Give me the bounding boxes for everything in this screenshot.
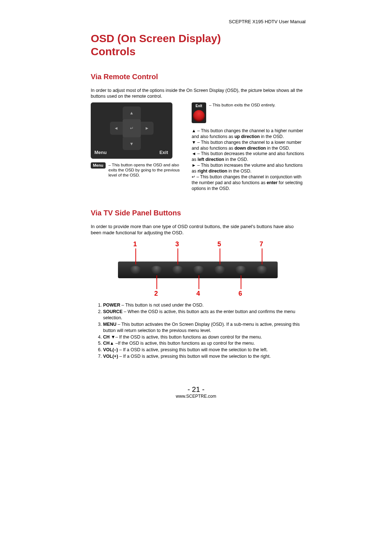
side-panel-diagram: 1 3 5 7 2 4 6 <box>118 240 278 299</box>
section1-intro: In order to adjust most of the options i… <box>91 88 305 100</box>
li7-bold: VOL(+) <box>103 354 118 359</box>
dpad-right-icon: ► <box>141 122 154 135</box>
list-item-6: VOL(–) – If a OSD is active, pressing th… <box>103 347 305 353</box>
diagram-label-5: 5 <box>217 240 221 248</box>
diagram-label-2: 2 <box>154 290 158 297</box>
diagram-label-6: 6 <box>238 290 242 297</box>
tick-4 <box>199 275 199 289</box>
li2-text: – When the OSD is active, this button ac… <box>103 309 295 320</box>
page-footer: - 21 - www.SCEPTRE.com <box>0 385 392 399</box>
section1-heading: Via Remote Control <box>91 73 305 81</box>
list-item-2: SOURCE – When the OSD is active, this bu… <box>103 309 305 321</box>
dpad: ▲ ▼ ◄ ► ↵ <box>110 106 154 150</box>
arrow-right-desc: ► – This button increases the volume and… <box>192 163 305 174</box>
list-item-1: POWER – This button is not used under th… <box>103 302 305 308</box>
section1-left-col: ▲ ▼ ◄ ► ↵ Menu Exit Menu – This button o… <box>91 102 185 178</box>
list-item-5: CH▲ –If the OSD is active, this button f… <box>103 340 305 347</box>
li1-bold: POWER <box>103 303 120 308</box>
li2-bold: SOURCE <box>103 309 122 314</box>
arrow-rt-bold: right direction <box>197 169 227 174</box>
diagram-label-7: 7 <box>260 240 263 248</box>
diagram-label-3: 3 <box>175 240 179 248</box>
li6-bold: VOL(–) <box>103 347 118 352</box>
dpad-down-icon: ▼ <box>123 137 141 150</box>
page-number: - 21 - <box>0 385 392 394</box>
panel-button-list: POWER – This button is not used under th… <box>91 302 305 360</box>
exit-button-desc: – This button exits the OSD entirely. <box>209 102 275 108</box>
page-title: OSD (On Screen Display) Controls <box>91 32 305 58</box>
dpad-enter-icon: ↵ <box>123 119 141 137</box>
exit-red-icon <box>193 110 205 122</box>
arrow-dn-post: in the OSD. <box>266 146 290 151</box>
section2-heading: Via TV Side Panel Buttons <box>91 209 305 217</box>
menu-button-desc: – This button opens the OSD and also exi… <box>109 162 185 178</box>
enter-desc: ↵ – This button changes the channel in c… <box>192 174 305 192</box>
tick-3 <box>177 248 178 264</box>
li3-text: – This button activates the On Screen Di… <box>103 322 300 333</box>
enter-bold: enter <box>267 180 278 185</box>
li4-bold: CH ▼ <box>103 335 115 340</box>
li1-text: – This button is not used under the OSD. <box>120 303 204 308</box>
arrow-lf-bold: left direction <box>197 157 224 162</box>
section1-right-col: Exit – This button exits the OSD entirel… <box>192 102 305 192</box>
title-line-1: OSD (On Screen Display) <box>91 32 221 44</box>
arrow-up-bold: up direction <box>234 134 260 139</box>
diagram-label-4: 4 <box>196 290 200 297</box>
arrow-dn-bold: down direction <box>234 146 266 151</box>
diagram-label-1: 1 <box>133 240 137 248</box>
li5-text: –If the OSD is active, this button funct… <box>114 341 255 346</box>
exit-button-chip: Exit <box>192 102 206 123</box>
content-area: OSD (On Screen Display) Controls Via Rem… <box>91 32 305 360</box>
li4-text: – If the OSD is active, this button func… <box>115 335 262 340</box>
tick-5 <box>220 248 220 264</box>
dpad-left-icon: ◄ <box>110 122 123 135</box>
li3-bold: MENU <box>103 322 117 327</box>
li7-text: – If a OSD is active, pressing this butt… <box>118 354 270 359</box>
title-line-2: Controls <box>91 45 135 57</box>
document-page: SCEPTRE X195 HDTV User Manual OSD (On Sc… <box>0 0 392 555</box>
tick-6 <box>241 275 241 289</box>
list-item-7: VOL(+) – If a OSD is active, pressing th… <box>103 353 305 360</box>
arrow-down-desc: ▼ – This button changes the channel to a… <box>192 140 305 151</box>
tick-7 <box>262 248 262 264</box>
menu-button-desc-row: Menu – This button opens the OSD and als… <box>91 162 185 178</box>
arrow-up-post: in the OSD. <box>260 134 284 139</box>
section1-columns: ▲ ▼ ◄ ► ↵ Menu Exit Menu – This button o… <box>91 102 305 192</box>
header-product: SCEPTRE X195 HDTV User Manual <box>229 19 306 24</box>
list-item-4: CH ▼– If the OSD is active, this button … <box>103 334 305 340</box>
exit-button-desc-row: Exit – This button exits the OSD entirel… <box>192 102 305 123</box>
tick-1 <box>135 248 136 264</box>
arrow-lf-post: in the OSD. <box>224 157 248 162</box>
list-item-3: MENU – This button activates the On Scre… <box>103 321 305 334</box>
li5-bold: CH▲ <box>103 341 114 346</box>
remote-dpad-photo: ▲ ▼ ◄ ► ↵ Menu Exit <box>91 102 172 159</box>
arrow-up-desc: ▲ – This button changes the channel to a… <box>192 128 305 140</box>
exit-chip-label: Exit <box>196 104 202 109</box>
remote-menu-label: Menu <box>94 150 107 155</box>
li6-text: – If a OSD is active, pressing this butt… <box>118 347 268 352</box>
menu-button-chip: Menu <box>91 162 106 169</box>
arrow-rt-post: in the OSD. <box>227 169 251 174</box>
arrow-left-desc: ◄ – This button decreases the volume and… <box>192 151 305 163</box>
dpad-up-icon: ▲ <box>123 106 141 119</box>
tick-2 <box>156 275 157 289</box>
footer-url: www.SCEPTRE.com <box>0 394 392 399</box>
section2-intro: In order to provide more than one type o… <box>91 224 305 236</box>
remote-exit-label: Exit <box>159 150 168 155</box>
